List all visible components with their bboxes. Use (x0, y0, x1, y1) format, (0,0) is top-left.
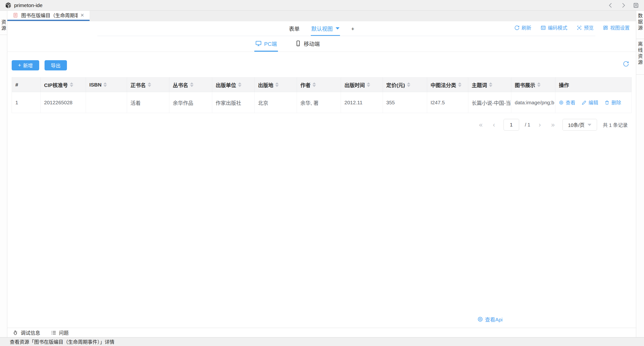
status-message: 查看资源「图书在版编目（生命周期事件）」详情 (10, 338, 114, 345)
main-area: 图书在版编目（生命周期事件） ✕ 表单 默认视图 + 刷新 (7, 11, 636, 337)
cell-subject: 长篇小说-中国-当 (468, 92, 511, 113)
sort-icon[interactable] (537, 82, 540, 87)
title-bar: primeton-ide (0, 0, 644, 11)
add-view-tab-button[interactable]: + (351, 23, 355, 36)
debug-info-button[interactable]: 调试信息 (13, 329, 40, 336)
close-tab-icon[interactable]: ✕ (80, 13, 84, 18)
col-header-title[interactable]: 正书名 (127, 77, 170, 92)
view-api-button[interactable]: 查看Api (477, 315, 502, 323)
smartphone-icon (295, 40, 301, 47)
col-header-publisher[interactable]: 出版单位 (212, 77, 254, 92)
col-header-cip[interactable]: CIP核准号 (41, 77, 86, 92)
delete-row-button[interactable]: 删除 (604, 99, 621, 106)
problems-button[interactable]: 问题 (51, 329, 69, 336)
back-icon[interactable] (608, 2, 614, 9)
page-number-input[interactable] (504, 119, 519, 131)
bottom-panel-bar: 调试信息 问题 (7, 328, 636, 337)
sidebar-item-data-source[interactable]: 数据源 (636, 11, 644, 39)
table-row: 1 2012265028 活着 余华作品 作家出版社 北京 余华, 著 2012… (12, 92, 632, 113)
view-row-button[interactable]: 查看 (559, 99, 575, 106)
eye-icon (559, 100, 564, 105)
tab-book-cip[interactable]: 图书在版编目（生命周期事件） ✕ (7, 11, 90, 21)
col-header-subject[interactable]: 主题词 (468, 77, 511, 92)
preview-icon (576, 25, 582, 31)
eye-icon (477, 316, 483, 322)
sort-icon[interactable] (70, 82, 73, 87)
view-settings-icon (603, 25, 608, 31)
sort-icon[interactable] (312, 82, 316, 87)
total-pages-label: / 1 (525, 122, 530, 128)
app-logo-icon (5, 2, 12, 9)
sort-icon[interactable] (148, 82, 151, 87)
tab-mobile[interactable]: 移动端 (294, 36, 321, 52)
cell-clc: I247.5 (427, 92, 468, 113)
bug-icon (13, 330, 18, 335)
tab-pc[interactable]: PC端 (254, 36, 278, 52)
preview-button[interactable]: 预览 (576, 24, 594, 31)
cell-place: 北京 (254, 92, 297, 113)
page-size-select[interactable]: 10条/页 (562, 119, 597, 131)
chevron-down-icon[interactable] (336, 27, 340, 30)
edit-row-button[interactable]: 编辑 (582, 99, 598, 106)
tab-form[interactable]: 表单 (288, 21, 300, 36)
status-bar: 查看资源「图书在版编目（生命周期事件）」详情 (0, 337, 644, 346)
col-header-clc[interactable]: 中图法分类 (427, 77, 468, 92)
left-sidebar: 资源 (0, 11, 7, 337)
grid-refresh-icon[interactable] (623, 61, 629, 67)
prev-page-icon[interactable]: ‹ (490, 122, 498, 128)
record-count-label: 共 1 条记录 (603, 121, 628, 128)
col-header-index: # (12, 77, 41, 92)
next-page-icon[interactable]: › (536, 122, 544, 128)
sort-icon[interactable] (190, 82, 194, 87)
cell-series: 余华作品 (170, 92, 212, 113)
trash-icon (604, 100, 610, 105)
resources-panel-label: 资源 (0, 17, 7, 35)
col-header-image[interactable]: 图书展示 (511, 77, 556, 92)
cell-author: 余华, 著 (297, 92, 341, 113)
first-page-icon[interactable]: « (477, 122, 484, 128)
cell-image: data:image/png;b (511, 92, 556, 113)
cell-pubdate: 2012.11 (341, 92, 383, 113)
cell-isbn (86, 92, 127, 113)
col-header-actions: 操作 (556, 77, 632, 92)
code-mode-button[interactable]: 编码模式 (540, 24, 567, 31)
right-sidebar: 数据源 离线资源 (636, 11, 644, 337)
col-header-isbn[interactable]: ISBN (86, 77, 127, 92)
cell-index: 1 (12, 92, 41, 113)
last-page-icon[interactable]: » (549, 122, 556, 128)
code-mode-icon (540, 25, 546, 31)
device-tab-row: PC端 移动端 (7, 36, 636, 52)
document-tab-strip: 图书在版编目（生命周期事件） ✕ (7, 11, 636, 21)
col-header-price[interactable]: 定价(元) (383, 77, 427, 92)
forward-icon[interactable] (620, 2, 626, 9)
form-document-icon (13, 13, 18, 18)
col-header-pubdate[interactable]: 出版时间 (341, 77, 383, 92)
view-settings-button[interactable]: 视图设置 (603, 24, 630, 31)
refresh-button[interactable]: 刷新 (514, 24, 531, 31)
data-source-panel-label: 数据源 (637, 11, 644, 39)
sort-icon[interactable] (367, 82, 370, 87)
col-header-series[interactable]: 丛书名 (170, 77, 212, 92)
grid-actions-row: + 新增 导出 (12, 60, 632, 70)
cell-actions: 查看 编辑 删除 (556, 92, 632, 113)
cell-price: 355 (383, 92, 427, 113)
sort-icon[interactable] (407, 82, 410, 87)
col-header-place[interactable]: 出版地 (254, 77, 297, 92)
sidebar-item-resources[interactable]: 资源 (0, 11, 7, 35)
tab-title: 图书在版编目（生命周期事件） (21, 12, 78, 19)
tab-default-view[interactable]: 默认视图 (311, 21, 340, 36)
col-header-author[interactable]: 作者 (297, 77, 341, 92)
sort-icon[interactable] (489, 82, 492, 87)
sort-icon[interactable] (104, 82, 107, 87)
export-button[interactable]: 导出 (44, 60, 67, 70)
offline-resources-panel-label: 离线资源 (637, 39, 644, 74)
save-icon[interactable] (633, 2, 639, 9)
sort-icon[interactable] (275, 82, 279, 87)
sort-icon[interactable] (458, 82, 462, 87)
add-button[interactable]: + 新增 (12, 60, 39, 70)
refresh-icon (514, 25, 520, 31)
sidebar-item-offline-resources[interactable]: 离线资源 (636, 39, 644, 75)
app-window: primeton-ide 资源 图书在版编目（生命周期事件） ✕ (0, 0, 644, 346)
sort-icon[interactable] (238, 82, 242, 87)
cell-title: 活着 (127, 92, 170, 113)
